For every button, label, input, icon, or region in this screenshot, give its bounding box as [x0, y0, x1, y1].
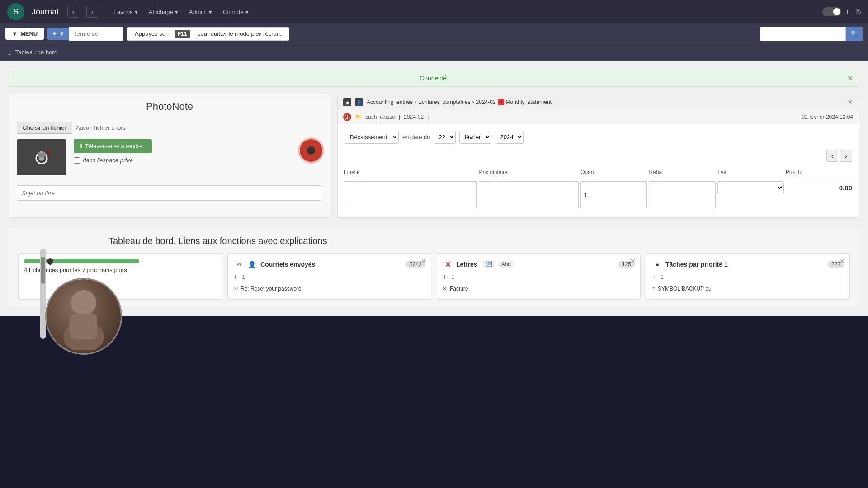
photonote-title: PhotoNote [9, 94, 330, 117]
widget-taches-header: ≡ Tâches par priorité 1 222 [652, 259, 844, 269]
search-type-group: ✦ ▼ [47, 27, 123, 41]
private-checkbox[interactable] [74, 157, 80, 164]
upload-button[interactable]: ℹ Téleverser et attendre.. [74, 139, 152, 153]
col-prix: Prix unitaire [479, 169, 579, 175]
folder-icon: 📁 [355, 114, 362, 120]
main-search-input[interactable] [760, 27, 846, 41]
widget-lettres: ✕ ✕ Lettres 🔄 Abc 125 + 1 ✕ Facture [437, 253, 641, 300]
language-selector[interactable]: fr [847, 9, 850, 15]
libelle-input[interactable] [344, 181, 477, 208]
nav-next-button[interactable]: › [86, 6, 98, 18]
accounting-subheader: (1) 📁 cash_caisse | 2024-02 | 02 février… [338, 110, 859, 124]
video-person-figure [47, 279, 121, 353]
nav-menu: Favoris ▾ Affichage ▾ Admin. ▾ Compte ▾ [109, 7, 253, 17]
accounting-close-button[interactable]: ✕ [848, 99, 853, 106]
echeances-title: 4 Echeances pour les 7 prochains jours [24, 267, 216, 273]
year-select[interactable]: 2024 [495, 131, 524, 144]
choose-file-button[interactable]: Choisir un fichier [17, 122, 72, 134]
taches-add-button[interactable]: + [652, 273, 656, 281]
courriels-add-button[interactable]: + [233, 273, 237, 281]
col-libelle: Libellé [344, 169, 477, 175]
nav-favoris[interactable]: Favoris ▾ [109, 7, 142, 17]
quan-input[interactable] [580, 181, 647, 208]
nav-admin[interactable]: Admin. ▾ [184, 7, 217, 17]
notification-close-button[interactable]: ✕ [847, 74, 853, 83]
search-term-input[interactable] [69, 27, 123, 41]
svg-point-4 [47, 152, 50, 155]
video-avatar [45, 278, 122, 355]
tva-select[interactable] [717, 181, 784, 194]
nav-prev-button[interactable]: ‹ [67, 6, 79, 18]
app-logo: S [7, 3, 24, 20]
fullscreen-notice: Appuyez sur F11 pour quitter le mode ple… [127, 27, 289, 41]
location-text: cash_caisse [365, 114, 395, 120]
file-row: Choisir un fichier Aucun fichier choisi [17, 122, 322, 134]
courriels-item: ✉ Re: Reset your password [233, 284, 425, 294]
main-search: 🔍 [760, 27, 863, 41]
day-select[interactable]: 22 [434, 131, 456, 144]
accounting-breadcrumb: Accounting_entries › Ecritures_comptable… [367, 99, 552, 105]
breadcrumb-text[interactable]: Tableau de bord [15, 49, 57, 56]
private-label: dans l'espace privé [83, 157, 133, 164]
person-silhouette [57, 282, 111, 350]
theme-toggle[interactable] [822, 7, 841, 16]
accounting-table-header: Libellé Prix unitaire Quan. Raba. Tva Pr… [344, 166, 852, 178]
menu-button[interactable]: ▼ MENU [5, 28, 44, 40]
date-label: en date du [402, 134, 430, 141]
period-text: 2024-02 [404, 114, 424, 120]
entry-date: 02 février 2024 12:04 [802, 114, 853, 120]
courriels-icon: ✉ [233, 259, 243, 269]
acc-prev-button[interactable]: ‹ [826, 150, 839, 162]
subject-input[interactable] [17, 185, 322, 201]
nav-affichage[interactable]: Affichage ▾ [144, 7, 183, 17]
accounting-header: ▣ 👤 Accounting_entries › Ecritures_compt… [338, 94, 859, 110]
accounting-body: Décaissement en date du 22 février 2024 [338, 124, 859, 217]
taches-item: ≡ SYMBOL BACKUP du [652, 284, 844, 294]
transaction-type-select[interactable]: Décaissement [344, 131, 399, 144]
accounting-date-row: Décaissement en date du 22 février 2024 [344, 131, 852, 144]
comment-badge: (1) [343, 113, 351, 121]
lettres-x-icon: ✕ [443, 259, 453, 269]
col-raba: Raba. [649, 169, 715, 175]
camera-preview [17, 139, 66, 175]
nav-compte[interactable]: Compte ▾ [218, 7, 253, 17]
svg-rect-3 [40, 151, 43, 153]
prix-input[interactable] [479, 181, 579, 208]
scrollbar-thumb[interactable] [41, 257, 45, 284]
widget-courriels-close[interactable]: ✕ [421, 258, 426, 265]
no-file-text: Aucun fichier choisi [76, 124, 127, 131]
photonote-body: Choisir un fichier Aucun fichier choisi [9, 117, 330, 208]
breadcrumb-bar: ⌂ Tableau de bord [0, 44, 868, 61]
record-button[interactable] [300, 139, 322, 162]
lettres-item-icon: ✕ [443, 286, 447, 292]
widget-taches-close[interactable]: ✕ [840, 258, 845, 265]
widget-courriels-header: ✉ 👤 Courriels envoyés 2043 [233, 259, 425, 269]
photonote-panel: PhotoNote Choisir un fichier Aucun fichi… [9, 94, 330, 218]
col-tva: Tva [717, 169, 784, 175]
search-type-button[interactable]: ✦ ▼ [47, 28, 69, 40]
accounting-table-row: 0.00 [344, 178, 852, 211]
home-icon[interactable]: ⌂ [7, 48, 12, 56]
svg-point-5 [71, 290, 96, 315]
lettres-title: Lettres [456, 261, 477, 268]
main-content: Connecté. ✕ PhotoNote Choisir un fichier… [0, 61, 868, 316]
logout-button[interactable]: ⎋ [856, 7, 861, 17]
scrollbar[interactable] [40, 249, 46, 339]
accounting-panel: ▣ 👤 Accounting_entries › Ecritures_compt… [337, 94, 859, 218]
lettres-add-button[interactable]: + [443, 273, 447, 281]
dashboard-title: Tableau de bord, Liens aux fonctions ave… [108, 236, 850, 246]
middle-row: PhotoNote Choisir un fichier Aucun fichi… [9, 94, 859, 218]
main-search-button[interactable]: 🔍 [846, 27, 863, 41]
acc-next-button[interactable]: › [840, 150, 852, 162]
notification-bar: Connecté. ✕ [9, 70, 859, 87]
raba-input[interactable] [649, 181, 715, 208]
month-select[interactable]: février [459, 131, 491, 144]
scroll-indicator-dot [47, 258, 53, 265]
upload-area: ℹ Téleverser et attendre.. dans l'espace… [74, 139, 322, 164]
widget-taches: ✕ ≡ Tâches par priorité 1 222 + 1 ≡ SYMB… [646, 253, 850, 300]
widget-courriels: ✕ ✉ 👤 Courriels envoyés 2043 + 1 ✉ Re: R… [227, 253, 431, 300]
lettres-abc-badge: Abc [499, 261, 514, 268]
widget-lettres-close[interactable]: ✕ [630, 258, 636, 265]
accounting-nav-buttons: ‹ › [344, 150, 852, 162]
navbar: S Journal ‹ › Favoris ▾ Affichage ▾ Admi… [0, 0, 868, 23]
